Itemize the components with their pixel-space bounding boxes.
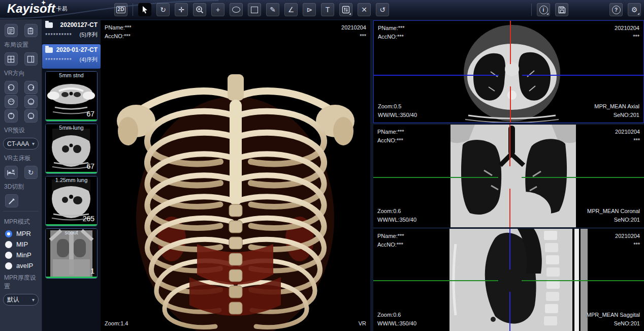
pan-tool-button[interactable]: ✛ [175,3,188,16]
mpr-mode-option-minp[interactable]: MinP [0,250,42,260]
mpr-axial-viewport[interactable]: PName:*** AccNO:*** 20210204 *** Zoom:0.… [373,20,644,123]
study-item-2-selected[interactable]: 2020-01-27-CT ********** (4)序列 [42,44,101,69]
save-button[interactable] [555,3,568,16]
coronal-overlay-bottom-left: Zoom:0.6 WW/WL:350/40 [377,207,416,224]
text-annotate-tool-button[interactable]: T [321,3,334,16]
thumbnail-progress-bar [46,119,97,121]
study-date: 20210204 [341,23,366,32]
patient-name: PName:*** [377,232,404,240]
mpr-coronal-viewport[interactable]: PName:*** AccNO:*** 20210204 *** Zoom:0.… [373,125,644,227]
series-thumbnail-5mm-stnd[interactable]: 5mm stnd 67 [45,71,98,122]
vr-viewport[interactable]: PName:*** AccNO:*** 20210204 *** Zoom:1.… [101,20,370,331]
config-tool-group: ? ⚙ [609,3,641,16]
head-right-icon [27,83,35,92]
sagittal-reference-line[interactable] [509,125,510,166]
vr-direction-left-button[interactable] [5,81,18,94]
rotate-icon: ↻ [160,6,166,14]
coronal-overlay-top-right: 20210204 *** [615,128,640,145]
masked-value: *** [341,32,366,41]
sagittal-reference-line[interactable] [510,21,511,64]
vr-direction-posterior-button[interactable] [24,95,38,108]
zoom-tool-button[interactable] [193,3,206,16]
mpr-mode-option-aveip[interactable]: aveIP [0,260,42,271]
axial-reference-line[interactable] [522,280,644,281]
series-thumbnail-scout[interactable]: scout 1 [45,228,98,279]
delete-annotation-button[interactable]: ✕ [358,3,371,16]
info-panel-button[interactable] [5,24,18,37]
vr-direction-right-button[interactable] [24,81,38,94]
sidebar-divider [3,211,39,212]
cut3d-section-title: 3D切割 [0,180,42,193]
thumbnail-label: 1.25mm lung [46,177,97,183]
vr-direction-inferior-button[interactable] [24,109,38,123]
settings-button[interactable]: ⚙ [628,3,641,16]
gear-icon: ⚙ [631,6,638,14]
coronal-reference-line[interactable] [374,75,499,76]
scalpel-cut-button[interactable] [5,194,18,207]
chevron-down-icon: ▾ [32,141,35,146]
zoom-in-icon [196,6,204,14]
series-thumbnail-5mm-lung[interactable]: 5mm lung 67 [45,124,98,174]
arrow-annotate-tool-button[interactable]: ⊳ [303,3,316,16]
series-thumbnail-1-25mm-lung[interactable]: 1.25mm lung 265 [45,176,98,226]
cursor-tool-button[interactable] [138,3,151,16]
mpr-mode-option-mip[interactable]: MIP [0,239,42,250]
sagittal-reference-line[interactable] [510,86,511,123]
text-tool-icon: T [326,6,330,14]
sagittal-overlay-top-right: 20210204 *** [615,232,640,249]
vr-direction-anterior-button[interactable] [5,95,18,108]
reset-view-button[interactable]: ↺ [376,3,389,16]
vr-direction-superior-button[interactable] [5,109,18,123]
mpr-mode-option-mpr[interactable]: MPR [0,228,42,239]
axial-reference-line[interactable] [373,177,498,178]
remove-bed-button[interactable] [5,166,18,179]
axial-reference-line[interactable] [373,280,498,281]
measure-line-tool-button[interactable]: ✎ [266,3,279,16]
patient-name: PName:*** [377,128,404,136]
vr-direction-row-1 [0,81,42,94]
radio-checked-icon[interactable] [5,230,12,237]
radio-icon[interactable] [5,241,12,248]
restore-bed-button[interactable]: ↻ [24,166,38,179]
study-item-1[interactable]: 20200127-CT ********** (5)序列 [42,19,101,44]
mpr-thickness-select[interactable]: 默认 ▾ [3,294,39,306]
mpr-sagittal-viewport[interactable]: PName:*** AccNO:*** 20210204 *** Zoom:0.… [373,229,644,331]
vr-preset-value: CT-AAA [7,140,29,147]
window-level-tool-button[interactable] [339,3,352,16]
axial-reference-line[interactable] [522,177,644,178]
radio-icon[interactable] [5,252,12,259]
head-top-icon [7,112,15,120]
ellipse-roi-tool-button[interactable] [230,3,243,16]
vr-bed-buttons: ↻ [0,166,42,179]
panel-list-icon [7,27,15,35]
vr-overlay-bottom-left: Zoom:1.4 [105,319,128,328]
study-date: 20210204 [615,24,639,33]
rectangle-roi-tool-button[interactable] [248,3,261,16]
study-series-count: (4)序列 [80,56,98,64]
angle-tool-button[interactable]: ∠ [284,3,298,16]
head-left-icon [7,83,15,92]
layout-grid-button[interactable] [5,52,18,66]
rotate-3d-tool-button[interactable]: ↻ [156,3,170,16]
info-button[interactable]: i [537,3,550,16]
report-icon [27,27,35,35]
coronal-reference-line[interactable] [509,292,510,331]
thumbnail-progress-bar [46,172,97,173]
chevron-down-icon: ▾ [32,297,35,303]
report-button[interactable] [24,24,38,37]
split-layout-icon [27,55,35,63]
sagittal-reference-line[interactable] [509,189,510,227]
thumbnail-image-scout [46,229,97,278]
logo-star-icon: ✦ [41,0,46,6]
layout-split-button[interactable] [24,52,38,66]
vr-preset-select[interactable]: CT-AAA ▾ [3,138,39,149]
thumbnail-progress-bar [46,277,97,278]
radio-icon[interactable] [5,262,12,269]
localizer-tool-button[interactable]: + [211,3,224,16]
layout-2d-button[interactable]: 2D [114,3,127,16]
coronal-reference-line[interactable] [509,229,510,269]
study-patient-masked: ********** [45,32,72,38]
coronal-reference-line[interactable] [522,75,643,76]
help-button[interactable]: ? [609,3,623,16]
mpr-mode-label: aveIP [16,262,33,269]
